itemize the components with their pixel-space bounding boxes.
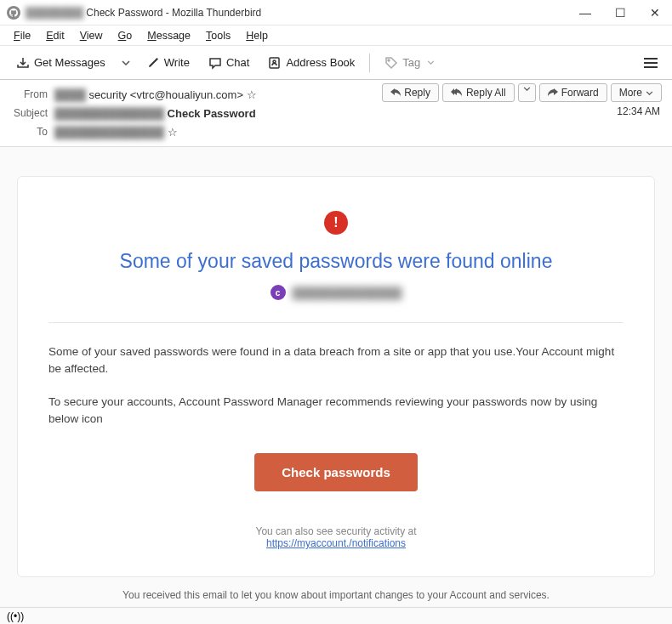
get-messages-dropdown[interactable] — [117, 56, 135, 70]
forward-button[interactable]: Forward — [539, 83, 607, 102]
alert-icon: ! — [324, 211, 348, 235]
email-title: Some of your saved passwords were found … — [48, 250, 624, 273]
menu-go[interactable]: Go — [111, 28, 140, 43]
menu-help[interactable]: Help — [239, 28, 275, 43]
email-bottom-note: You received this email to let you know … — [17, 589, 655, 601]
message-header: Reply Reply All Forward More 12:34 AM Fr… — [0, 80, 672, 147]
email-footer: You can also see security activity at ht… — [48, 525, 624, 549]
to-row: To ██████████████ ☆ — [10, 122, 662, 141]
email-paragraph-1: Some of your saved passwords were found … — [48, 343, 624, 378]
window-controls: — ☐ ✕ — [574, 4, 665, 21]
to-value[interactable]: ██████████████ — [54, 126, 164, 139]
menu-file[interactable]: File — [7, 28, 37, 43]
app-menu-button[interactable] — [638, 52, 663, 74]
account-email: ██████████████ — [293, 286, 402, 299]
chat-icon — [208, 56, 222, 70]
get-messages-button[interactable]: Get Messages — [9, 52, 113, 74]
minimize-button[interactable]: — — [574, 4, 596, 21]
footer-link[interactable]: https://myaccount./notifications — [266, 537, 406, 549]
divider — [48, 322, 624, 323]
star-icon[interactable]: ☆ — [247, 88, 257, 101]
chat-button[interactable]: Chat — [201, 52, 257, 74]
tag-icon — [384, 56, 398, 70]
menu-message[interactable]: Message — [140, 28, 197, 43]
more-button[interactable]: More — [611, 83, 662, 102]
svg-point-2 — [388, 60, 390, 61]
subject-row: Subject ██████████████ Check Password — [10, 104, 662, 122]
reply-button[interactable]: Reply — [382, 83, 439, 102]
email-card: ! Some of your saved passwords were foun… — [17, 176, 655, 577]
check-passwords-button[interactable]: Check passwords — [254, 453, 418, 491]
titlebar: ████████ Check Password - Mozilla Thunde… — [0, 0, 672, 26]
reply-all-dropdown[interactable] — [518, 83, 536, 102]
account-row: c ██████████████ — [48, 285, 624, 300]
close-button[interactable]: ✕ — [645, 4, 665, 21]
menubar: File Edit View Go Message Tools Help — [0, 26, 672, 46]
window-title: ████████ Check Password - Mozilla Thunde… — [26, 7, 261, 19]
reply-all-button[interactable]: Reply All — [442, 83, 515, 102]
menu-tools[interactable]: Tools — [199, 28, 237, 43]
avatar: c — [271, 285, 286, 300]
statusbar: ((•)) — [0, 607, 672, 624]
app-icon — [7, 6, 20, 20]
menu-view[interactable]: View — [73, 28, 110, 43]
star-icon[interactable]: ☆ — [168, 126, 178, 139]
email-paragraph-2: To secure your accounts, Account Passwor… — [48, 394, 624, 428]
download-icon — [16, 56, 30, 70]
message-actions: Reply Reply All Forward More — [382, 83, 662, 102]
message-time: 12:34 AM — [617, 105, 660, 117]
toolbar: Get Messages Write Chat Address Book Tag — [0, 46, 672, 80]
status-online-icon: ((•)) — [7, 610, 24, 622]
from-value[interactable]: ████ security <vtrc@houaliyun.com> — [54, 88, 243, 101]
message-body[interactable]: pcrisk.com ! Some of your saved password… — [0, 147, 672, 624]
toolbar-separator — [369, 54, 370, 72]
maximize-button[interactable]: ☐ — [610, 4, 631, 21]
address-book-button[interactable]: Address Book — [260, 52, 362, 74]
menu-edit[interactable]: Edit — [39, 28, 71, 43]
pencil-icon — [146, 56, 160, 70]
address-book-icon — [268, 56, 282, 70]
svg-point-1 — [273, 60, 276, 63]
write-button[interactable]: Write — [139, 52, 197, 74]
subject-value: ██████████████ Check Password — [54, 107, 256, 120]
tag-button[interactable]: Tag — [377, 52, 442, 74]
